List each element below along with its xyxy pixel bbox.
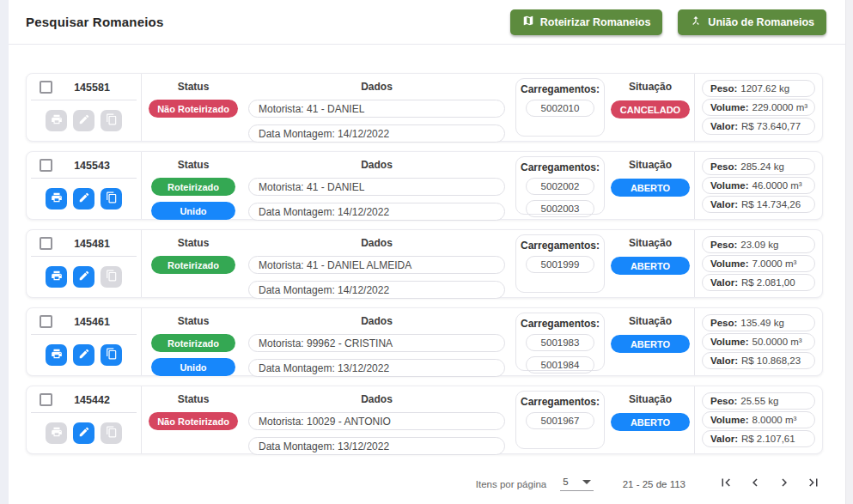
- copy-button[interactable]: [101, 344, 122, 366]
- row-checkbox[interactable]: [40, 315, 52, 328]
- dados-column: Dados Motorista: 99962 - CRISTINA Data M…: [245, 308, 514, 375]
- carregamento-chip: 5001983: [526, 334, 594, 351]
- carregamento-chip: 5002003: [526, 200, 594, 217]
- motorista-field: Motorista: 10029 - ANTONIO: [248, 412, 505, 430]
- row-main-section: Status Não Roteirizado Dados Motorista: …: [142, 386, 695, 453]
- row-id-section: 145461: [27, 308, 142, 375]
- scrollbar-track[interactable]: [845, 0, 853, 504]
- uniao-romaneios-button[interactable]: União de Romaneios: [678, 9, 826, 35]
- situacao-column: Situação ABERTO: [606, 386, 694, 453]
- peso-field: Peso:23.09 kg: [702, 236, 815, 253]
- first-page-button[interactable]: [711, 470, 740, 499]
- valor-value: R$ 73.640,77: [741, 121, 801, 131]
- items-per-page-label: Itens por página: [476, 479, 546, 489]
- pencil-icon: [78, 270, 90, 284]
- peso-field: Peso:25.55 kg: [702, 392, 815, 410]
- copy-icon: [106, 113, 118, 128]
- copy-button[interactable]: [101, 188, 122, 209]
- dados-header: Dados: [248, 152, 505, 171]
- status-column: Status RoteirizadoUnido: [142, 152, 245, 219]
- carregamentos-column: Carregamentos: 5001999: [514, 230, 606, 297]
- pencil-icon: [78, 113, 90, 128]
- status-header: Status: [178, 152, 210, 171]
- dados-header: Dados: [248, 308, 505, 327]
- pagination-range-label: 21 - 25 de 113: [623, 479, 685, 489]
- page-title: Pesquisar Romaneios: [26, 15, 164, 29]
- situacao-badge: ABERTO: [611, 179, 690, 197]
- row-actions: [27, 179, 141, 219]
- volume-label: Volume:: [710, 415, 749, 425]
- peso-label: Peso:: [710, 83, 737, 94]
- romaneios-page: Pesquisar Romaneios Roteirizar Romaneios…: [9, 0, 845, 504]
- situacao-header: Situação: [629, 308, 672, 327]
- carregamentos-column: Carregamentos: 5001967: [514, 386, 606, 453]
- carregamentos-header: Carregamentos:: [521, 235, 600, 252]
- valor-field: Valor:R$ 10.868,23: [702, 352, 815, 369]
- page-left-gutter: [0, 0, 9, 504]
- carregamentos-column: Carregamentos: 50020025002003: [514, 152, 606, 219]
- row-checkbox[interactable]: [40, 393, 52, 406]
- status-header: Status: [178, 386, 210, 405]
- volume-field: Volume:7.0000 m³: [702, 255, 815, 272]
- row-metrics-section: Peso:25.55 kg Volume:8.0000 m³ Valor:R$ …: [695, 386, 822, 453]
- peso-label: Peso:: [710, 396, 737, 406]
- valor-field: Valor:R$ 73.640,77: [702, 118, 815, 135]
- printer-icon: [51, 348, 63, 362]
- printer-icon: [51, 113, 63, 128]
- uniao-button-label: União de Romaneios: [708, 16, 814, 28]
- situacao-badge: ABERTO: [611, 335, 690, 353]
- row-checkbox[interactable]: [40, 81, 52, 94]
- chevron-right-icon: [777, 475, 792, 493]
- row-main-section: Status RoteirizadoUnido Dados Motorista:…: [142, 308, 695, 375]
- roteirizar-romaneios-button[interactable]: Roteirizar Romaneios: [510, 9, 663, 35]
- romaneio-id: 145481: [52, 238, 131, 250]
- situacao-column: Situação ABERTO: [606, 308, 694, 375]
- situacao-badge: ABERTO: [611, 413, 690, 431]
- situacao-column: Situação ABERTO: [606, 152, 694, 219]
- situacao-badge: CANCELADO: [611, 100, 690, 118]
- carregamento-chips: 5002010: [526, 100, 594, 117]
- edit-button[interactable]: [73, 188, 94, 209]
- peso-label: Peso:: [710, 240, 737, 250]
- items-per-page-select[interactable]: 5: [560, 477, 593, 491]
- edit-button[interactable]: [73, 422, 94, 444]
- row-metrics-section: Peso:23.09 kg Volume:7.0000 m³ Valor:R$ …: [695, 230, 822, 297]
- dados-column: Dados Motorista: 41 - DANIEL Data Montag…: [245, 152, 514, 219]
- status-pill: Não Roteirizado: [149, 100, 238, 118]
- print-button[interactable]: [46, 344, 67, 366]
- last-page-button[interactable]: [799, 470, 828, 499]
- data-montagem-field: Data Montagem: 13/12/2022: [248, 437, 505, 455]
- row-checkbox[interactable]: [40, 237, 52, 250]
- peso-field: Peso:135.49 kg: [702, 314, 815, 331]
- romaneios-list: 145581 Status Não Roteirizado Dados: [9, 45, 845, 464]
- row-main-section: Status RoteirizadoUnido Dados Motorista:…: [142, 152, 695, 219]
- volume-label: Volume:: [710, 337, 749, 347]
- situacao-header: Situação: [629, 386, 672, 405]
- carregamentos-header: Carregamentos:: [521, 313, 600, 330]
- motorista-field: Motorista: 41 - DANIEL ALMEIDA: [248, 256, 505, 274]
- print-button[interactable]: [46, 266, 67, 288]
- row-checkbox[interactable]: [40, 159, 52, 172]
- status-column: Status Não Roteirizado: [142, 74, 245, 141]
- status-pill: Unido: [151, 358, 235, 376]
- print-button[interactable]: [46, 188, 67, 209]
- motorista-field: Motorista: 41 - DANIEL: [248, 100, 505, 118]
- row-main-section: Status Não Roteirizado Dados Motorista: …: [142, 74, 695, 141]
- edit-button[interactable]: [73, 266, 94, 288]
- first-page-icon: [718, 475, 734, 493]
- volume-field: Volume:8.0000 m³: [702, 411, 815, 428]
- peso-value: 285.24 kg: [740, 161, 784, 172]
- peso-field: Peso:285.24 kg: [702, 158, 815, 175]
- row-id-section: 145481: [27, 230, 142, 297]
- copy-button: [101, 266, 122, 288]
- valor-value: R$ 2.081,00: [741, 277, 795, 288]
- status-pill: Unido: [151, 202, 235, 220]
- previous-page-button[interactable]: [740, 470, 770, 499]
- data-montagem-field: Data Montagem: 14/12/2022: [248, 203, 505, 221]
- next-page-button[interactable]: [770, 470, 799, 499]
- peso-value: 25.55 kg: [740, 396, 778, 406]
- peso-label: Peso:: [710, 161, 737, 172]
- status-pill: Roteirizado: [151, 256, 235, 274]
- edit-button[interactable]: [73, 344, 94, 366]
- status-pills: RoteirizadoUnido: [151, 178, 235, 220]
